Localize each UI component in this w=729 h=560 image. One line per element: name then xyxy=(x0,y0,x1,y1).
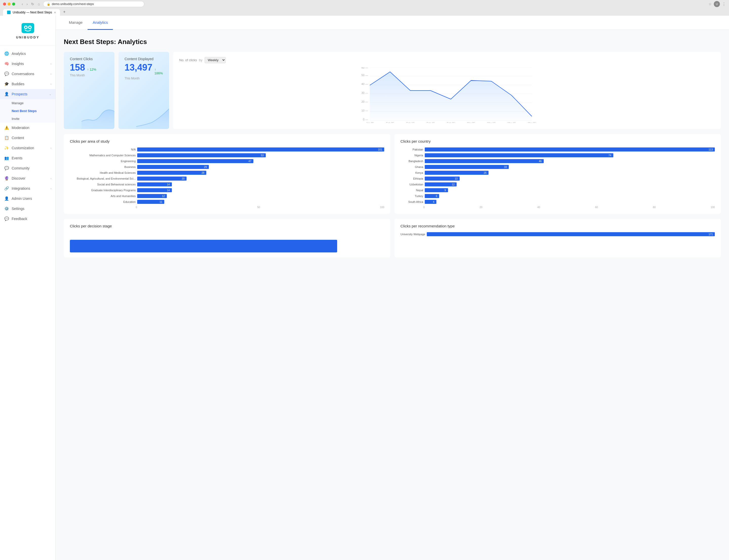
bar-container-south-africa: 4 xyxy=(425,200,715,204)
bar-label-cs: Mathematics and Computer Sciences xyxy=(70,154,136,157)
maximize-window-button[interactable] xyxy=(12,3,15,6)
bar-value-cs: 53 xyxy=(261,154,264,157)
insights-chevron: › xyxy=(50,62,51,65)
sidebar-item-conversations[interactable]: 💬 Conversations › xyxy=(0,69,55,79)
bar-container-ethiopia: 13 xyxy=(425,177,715,181)
sidebar-item-insights[interactable]: 🧠 Insights › xyxy=(0,59,55,69)
bar-row-uzbekistan: Uzbekistan 12 xyxy=(401,182,715,186)
bar-label-eng: Engineering xyxy=(70,160,136,163)
bar-row-arts: Arts and Humanities 12 xyxy=(70,194,384,198)
svg-text:Mar 12: Mar 12 xyxy=(487,122,495,123)
c-axis-20: 20 xyxy=(480,206,483,209)
new-tab-button[interactable]: + xyxy=(60,8,68,16)
address-bar[interactable]: 🔒 demo.unibuddy.com/next-steps xyxy=(43,1,144,7)
decision-chart-bars xyxy=(70,232,384,252)
bar-container-nigeria: 74 xyxy=(425,153,715,157)
sidebar-label-analytics: Analytics xyxy=(12,52,26,56)
svg-text:Jan 29: Jan 29 xyxy=(366,122,374,123)
sidebar-label-content: Content xyxy=(12,136,24,140)
forward-button[interactable]: › xyxy=(26,2,29,7)
sidebar-subitem-invite[interactable]: Invite xyxy=(0,115,55,123)
sidebar-item-feedback[interactable]: 💬 Feedback xyxy=(0,214,55,224)
line-chart-card: No. of clicks by Weekly Monthly Daily 0 … xyxy=(173,52,721,129)
menu-icon[interactable]: ⋮ xyxy=(722,2,726,7)
bar-container-turkey: 6 xyxy=(425,194,715,198)
decision-chart-title: Clicks per decision stage xyxy=(70,224,384,228)
sidebar-subitem-next-best-steps[interactable]: Next Best Steps xyxy=(0,107,55,115)
back-button[interactable]: ‹ xyxy=(21,2,24,7)
bar-row-ghana: Ghana 33 xyxy=(401,165,715,169)
recommendation-chart-title: Clicks per recommendation type xyxy=(401,224,715,228)
decision-chart-card: Clicks per decision stage xyxy=(64,219,390,257)
svg-text:30 —: 30 — xyxy=(361,91,368,94)
bar-row-med: Health and Medical Sciences 28 xyxy=(70,171,384,175)
bar-container-arts: 12 xyxy=(137,194,384,198)
prospects-icon: 👤 xyxy=(4,92,9,97)
sidebar-item-content[interactable]: 📋 Content xyxy=(0,133,55,143)
bar-container-pakistan: 113 xyxy=(425,147,715,152)
sidebar-item-analytics[interactable]: 🌐 Analytics xyxy=(0,49,55,59)
integrations-chevron: › xyxy=(50,187,51,190)
reload-button[interactable]: ↻ xyxy=(30,2,35,7)
bar-ethiopia: 13 xyxy=(425,177,460,181)
bar-label-university-webpage: University Webpage xyxy=(401,233,425,236)
tab-analytics[interactable]: Analytics xyxy=(88,16,113,30)
home-button[interactable]: ⌂ xyxy=(37,2,41,7)
country-chart-title: Clicks per country xyxy=(401,139,715,143)
profile-avatar[interactable]: U xyxy=(714,1,720,7)
recommendation-chart-card: Clicks per recommendation type Universit… xyxy=(395,219,721,257)
bar-uzbekistan: 12 xyxy=(425,182,457,186)
bar-value-med: 28 xyxy=(201,171,205,174)
content-displayed-value: 13,497 xyxy=(124,63,152,72)
sidebar-item-customization[interactable]: ✨ Customization › xyxy=(0,143,55,153)
tab-manage[interactable]: Manage xyxy=(64,16,88,30)
close-window-button[interactable] xyxy=(3,3,6,6)
clicks-bg-chart xyxy=(81,106,114,129)
bar-label-kenya: Kenya xyxy=(401,171,423,174)
bar-container-edu: 11 xyxy=(137,200,384,204)
prospects-submenu: Manage Next Best Steps Invite xyxy=(0,99,55,123)
bar-container-na: 101 xyxy=(137,147,384,152)
sidebar-item-prospects[interactable]: 👤 Prospects ⌄ xyxy=(0,89,55,99)
country-chart-bars: Pakistan 113 Nigeria 74 Bang xyxy=(401,147,715,204)
bar-eng: 47 xyxy=(137,159,253,163)
period-select[interactable]: Weekly Monthly Daily xyxy=(204,57,226,63)
bar-container-bio: 20 xyxy=(137,177,384,181)
bar-row-cs: Mathematics and Computer Sciences 53 xyxy=(70,153,384,157)
sidebar-item-events[interactable]: 👥 Events xyxy=(0,153,55,163)
tab-close-button[interactable]: ✕ xyxy=(54,11,56,14)
bar-bio: 20 xyxy=(137,177,186,181)
minimize-window-button[interactable] xyxy=(8,3,11,6)
admin-users-icon: 👤 xyxy=(4,196,9,201)
axis-100: 100 xyxy=(380,206,384,209)
sidebar-label-moderation: Moderation xyxy=(12,126,29,130)
country-chart-card: Clicks per country Pakistan 113 Nigeria … xyxy=(395,134,721,214)
sidebar-item-community[interactable]: 💬 Community xyxy=(0,163,55,173)
tab-favicon xyxy=(7,11,11,14)
sidebar-item-moderation[interactable]: ⚠️ Moderation xyxy=(0,123,55,133)
summary-cards-row: Content Clicks 158 ↑ 12% This Month xyxy=(64,52,721,129)
bar-charts-row-1: Clicks per area of study N/A 101 Mathema… xyxy=(64,134,721,214)
svg-point-3 xyxy=(25,27,27,28)
bar-row-bus: Business 29 xyxy=(70,165,384,169)
sidebar-item-discover[interactable]: 🔮 Discover › xyxy=(0,173,55,183)
sidebar-navigation: 🌐 Analytics 🧠 Insights › 💬 Conversations… xyxy=(0,46,55,560)
bookmark-icon[interactable]: ☆ xyxy=(709,2,712,6)
bar-label-grad: Graduate Interdisciplinary Programs xyxy=(70,189,136,192)
sidebar-item-admin-users[interactable]: 👤 Admin Users xyxy=(0,193,55,204)
bar-label-uzbekistan: Uzbekistan xyxy=(401,183,423,186)
sidebar-item-settings[interactable]: ⚙️ Settings xyxy=(0,204,55,214)
sidebar-item-buddies[interactable]: 🎓 Buddies › xyxy=(0,79,55,89)
sidebar-item-integrations[interactable]: 🔗 Integrations › xyxy=(0,183,55,193)
active-tab[interactable]: Unibuddy — Next Best Steps ✕ xyxy=(3,9,60,16)
svg-text:Feb 12: Feb 12 xyxy=(406,122,415,123)
line-chart-svg: 0 — 10 — 20 — 30 — 40 — 50 — 60 — xyxy=(179,67,715,123)
integrations-icon: 🔗 xyxy=(4,186,9,191)
main-content: Manage Analytics Next Best Steps: Analyt… xyxy=(56,16,729,560)
bar-label-bio: Biological, Agricultural, and Environmen… xyxy=(70,177,136,180)
customization-chevron: › xyxy=(50,146,51,149)
bar-row-turkey: Turkey 6 xyxy=(401,194,715,198)
sidebar-logo: UNIBUDDY xyxy=(0,16,55,46)
bar-cs: 53 xyxy=(137,153,266,157)
sidebar-subitem-manage[interactable]: Manage xyxy=(0,99,55,107)
